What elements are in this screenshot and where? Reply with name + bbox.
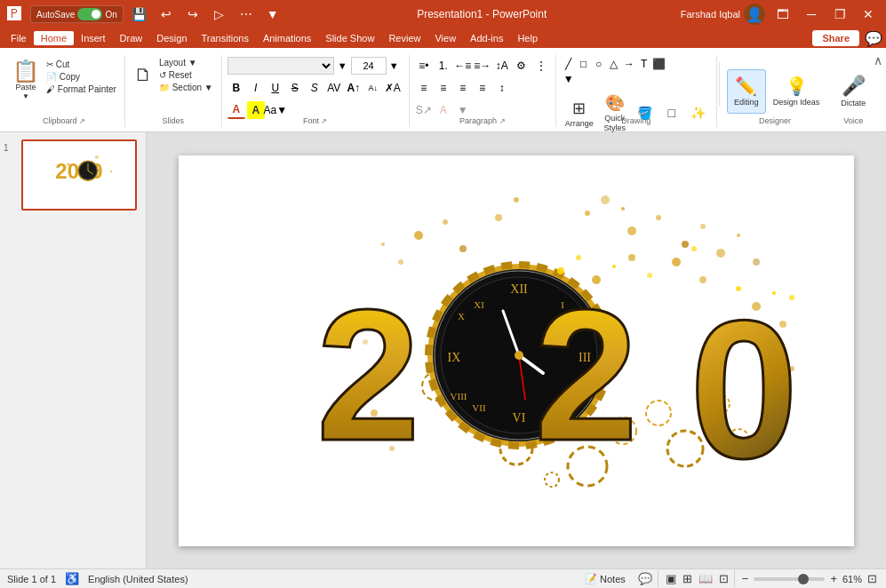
svg-point-9	[414, 231, 423, 240]
increase-indent-button[interactable]: ≡→	[474, 57, 491, 75]
right-align-button[interactable]: ≡	[454, 79, 472, 97]
undo-button[interactable]: ↩	[156, 4, 177, 25]
new-slide-button[interactable]: 🗋	[131, 61, 156, 89]
customize-button[interactable]: ▼	[262, 4, 283, 25]
slideshow-button[interactable]: ⊡	[717, 570, 730, 587]
svg-text:XII: XII	[510, 282, 528, 296]
section-button[interactable]: 📁 Section ▼	[156, 82, 216, 93]
copy-button[interactable]: 📄 Copy	[44, 71, 119, 83]
shadow-button[interactable]: S	[306, 79, 323, 97]
svg-point-78	[789, 295, 794, 300]
justify-button[interactable]: ≡	[474, 79, 491, 97]
cut-button[interactable]: ✂ Cut	[44, 59, 119, 70]
text-direction-button[interactable]: ↕A	[493, 57, 511, 75]
notes-button[interactable]: 📝 Notes	[578, 571, 633, 586]
svg-point-7	[95, 155, 99, 159]
dictate-button[interactable]: 🎤 Dictate	[834, 69, 873, 114]
slide-thumbnail[interactable]: 2020	[21, 139, 137, 211]
dictate-label: Dictate	[841, 99, 866, 107]
comments-button[interactable]: 💬	[865, 30, 882, 47]
menu-draw[interactable]: Draw	[113, 31, 150, 45]
menu-animations[interactable]: Animations	[256, 31, 318, 45]
convert-smartart-button[interactable]: ⚙	[513, 57, 531, 75]
decrease-font-button[interactable]: A↓	[364, 79, 382, 97]
shape-right-arrow[interactable]: →	[622, 57, 636, 71]
center-align-button[interactable]: ≡	[435, 79, 452, 97]
decrease-indent-button[interactable]: ←≡	[454, 57, 472, 75]
present-button[interactable]: ▷	[209, 4, 230, 25]
left-align-button[interactable]: ≡	[415, 79, 433, 97]
bold-button[interactable]: B	[227, 79, 245, 97]
shapes-more[interactable]: ⬛	[652, 57, 666, 71]
collapse-ribbon-button[interactable]: ∧	[874, 53, 882, 68]
fit-slide-button[interactable]: ⊡	[866, 570, 879, 587]
slide-canvas[interactable]: 2 XII VI IX III XI I II X IV VIII VII V	[179, 155, 854, 546]
close-button[interactable]: ✕	[858, 4, 879, 25]
svg-point-67	[592, 275, 601, 284]
increase-font-button[interactable]: A↑	[345, 79, 363, 97]
shapes-dropdown[interactable]: ▼	[562, 72, 576, 86]
menu-review[interactable]: Review	[381, 31, 427, 45]
svg-point-77	[779, 321, 786, 328]
zoom-out-button[interactable]: −	[740, 570, 751, 587]
save-button[interactable]: 💾	[129, 4, 150, 25]
shape-rect[interactable]: □	[577, 57, 591, 71]
redo-button[interactable]: ↪	[182, 4, 204, 25]
shape-triangle[interactable]: △	[607, 57, 621, 71]
slide-sorter-button[interactable]: ⊞	[681, 570, 694, 587]
designer-label: Designer	[722, 116, 829, 125]
shape-oval[interactable]: ○	[592, 57, 606, 71]
zoom-in-button[interactable]: +	[828, 570, 839, 587]
normal-view-button[interactable]: ▣	[664, 570, 678, 587]
menu-file[interactable]: File	[4, 31, 34, 45]
reset-button[interactable]: ↺ Reset	[156, 69, 216, 81]
font-family-select[interactable]	[227, 57, 334, 75]
menu-design[interactable]: Design	[149, 31, 194, 45]
autosave-button[interactable]: AutoSave On	[30, 5, 124, 23]
menu-view[interactable]: View	[427, 31, 463, 45]
slide-number: 1	[4, 139, 18, 153]
svg-point-76	[772, 291, 776, 295]
menu-help[interactable]: Help	[510, 31, 545, 45]
reading-view-button[interactable]: 📖	[697, 570, 714, 587]
line-spacing-button[interactable]: ↕	[493, 79, 511, 97]
zoom-level: 61%	[842, 574, 862, 584]
svg-point-17	[700, 224, 706, 229]
accessibility-button[interactable]: ♿	[63, 570, 81, 587]
shape-textbox[interactable]: T	[637, 57, 651, 71]
quick-styles-button[interactable]: 🎨 Quick Styles	[599, 91, 631, 134]
format-painter-button[interactable]: 🖌 Format Painter	[44, 83, 119, 95]
status-left: Slide 1 of 1 ♿ English (United States)	[7, 570, 188, 587]
design-ideas-button[interactable]: 💡 Design Ideas	[770, 69, 824, 114]
menu-slideshow[interactable]: Slide Show	[318, 31, 381, 45]
more-button[interactable]: ⋯	[235, 4, 257, 25]
restore-button[interactable]: ❐	[829, 4, 850, 25]
menu-home[interactable]: Home	[34, 31, 74, 45]
ribbon-display-button[interactable]: 🗔	[772, 4, 794, 25]
share-button[interactable]: Share	[812, 30, 859, 46]
menu-transitions[interactable]: Transitions	[195, 31, 256, 45]
editing-button[interactable]: ✏️ Editing	[727, 69, 766, 114]
shape-line[interactable]: ╱	[562, 57, 576, 71]
clear-format-button[interactable]: ✗A	[384, 79, 402, 97]
numbering-button[interactable]: 1.	[435, 57, 452, 75]
comments-status-button[interactable]: 💬	[636, 570, 654, 587]
strikethrough-button[interactable]: S	[286, 79, 304, 97]
italic-button[interactable]: I	[247, 79, 265, 97]
minimize-button[interactable]: ─	[801, 4, 822, 25]
bullets-button[interactable]: ≡•	[415, 57, 433, 75]
underline-button[interactable]: U	[267, 79, 284, 97]
svg-point-71	[672, 258, 681, 266]
slide-thumbnail-container[interactable]: 1 2020	[4, 139, 142, 211]
svg-text:2: 2	[534, 271, 638, 480]
svg-text:VII: VII	[472, 402, 486, 413]
layout-button[interactable]: Layout ▼	[156, 57, 216, 68]
menu-addins[interactable]: Add-ins	[463, 31, 510, 45]
paste-button[interactable]: 📋 Paste ▼	[9, 57, 43, 104]
columns-button[interactable]: ⋮	[532, 57, 550, 75]
char-spacing-button[interactable]: AV	[325, 79, 343, 97]
font-size-input[interactable]	[351, 57, 387, 75]
zoom-slider[interactable]	[754, 577, 825, 581]
menu-insert[interactable]: Insert	[74, 31, 113, 45]
autosave-toggle[interactable]	[77, 8, 102, 20]
